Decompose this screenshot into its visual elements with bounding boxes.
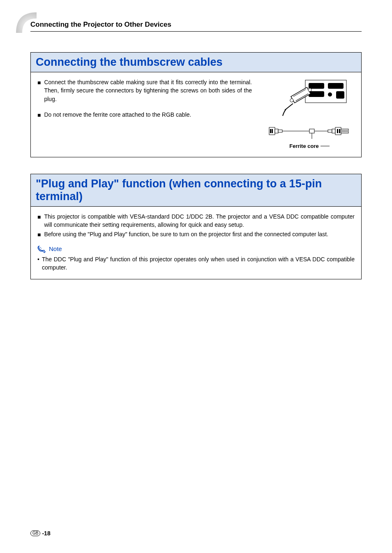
svg-rect-20: [328, 130, 332, 132]
page-number: -18: [42, 530, 50, 537]
svg-rect-13: [270, 129, 271, 133]
svg-rect-24: [337, 129, 338, 133]
thumbscrew-box: Connecting the thumbscrew cables ■ Conne…: [30, 52, 362, 157]
note-text: The DDC "Plug and Play" function of this…: [42, 255, 355, 272]
square-bullet-icon: ■: [37, 78, 41, 87]
dot-bullet-icon: •: [37, 255, 39, 263]
plug-and-play-title: "Plug and Play" function (when connectin…: [36, 177, 356, 203]
svg-rect-23: [339, 129, 340, 133]
note-bullet: • The DDC "Plug and Play" function of th…: [37, 255, 355, 272]
square-bullet-icon: ■: [37, 111, 41, 119]
page-header: Connecting the Projector to Other Device…: [30, 21, 362, 32]
svg-rect-2: [328, 83, 344, 89]
label-leader-line: [321, 146, 330, 146]
note-header: Note: [37, 244, 355, 253]
svg-rect-15: [275, 129, 278, 133]
plug-and-play-box-header: "Plug and Play" function (when connectin…: [31, 174, 361, 207]
square-bullet-icon: ■: [37, 213, 41, 221]
section-title: Connecting the Projector to Other Device…: [30, 21, 362, 32]
svg-rect-5: [336, 91, 344, 99]
plug-and-play-box: "Plug and Play" function (when connectin…: [30, 174, 362, 279]
svg-rect-1: [309, 83, 324, 89]
cable-diagram: [268, 123, 350, 140]
bullet-text: Do not remove the ferrite core attached …: [44, 111, 191, 119]
thumbscrew-title: Connecting the thumbscrew cables: [36, 56, 356, 69]
bullet-text: Before using the "Plug and Play" functio…: [44, 230, 328, 238]
svg-point-4: [328, 92, 332, 97]
svg-rect-21: [332, 129, 335, 133]
ferrite-core-label: Ferrite core: [289, 143, 319, 149]
svg-line-11: [285, 104, 293, 110]
bullet-text: Connect the thumbscrew cable making sure…: [44, 78, 252, 103]
note-label: Note: [49, 245, 62, 252]
bullet-item: ■ Connect the thumbscrew cable making su…: [37, 78, 252, 103]
square-bullet-icon: ■: [37, 230, 41, 239]
svg-rect-18: [309, 129, 314, 133]
corner-decoration: [14, 10, 39, 35]
connector-diagram: [268, 78, 350, 119]
bullet-item: ■ Before using the "Plug and Play" funct…: [37, 230, 355, 239]
svg-rect-16: [278, 130, 282, 132]
page-footer: GB -18: [30, 530, 51, 537]
svg-rect-3: [309, 91, 324, 97]
region-badge: GB: [30, 530, 40, 536]
bullet-item: ■ This projector is compatible with VESA…: [37, 212, 355, 229]
bullet-text: This projector is compatible with VESA-s…: [44, 212, 355, 229]
bullet-item: ■ Do not remove the ferrite core attache…: [37, 111, 252, 119]
thumbscrew-box-header: Connecting the thumbscrew cables: [31, 53, 361, 72]
note-icon: [37, 244, 46, 253]
svg-rect-14: [272, 129, 273, 133]
